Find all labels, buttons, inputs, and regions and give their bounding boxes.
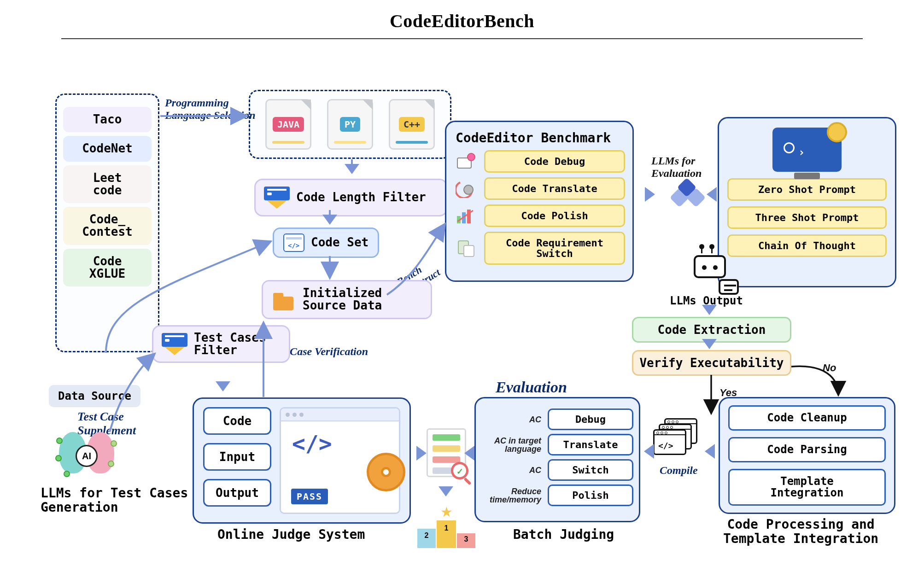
bug-icon [454, 151, 479, 173]
ds-codenet: CodeNet [63, 136, 152, 161]
ai-brain-icon: AI [54, 428, 119, 484]
checklist-icon: ✓ [427, 428, 466, 477]
arrow-left-icon [644, 444, 654, 459]
proc-template: Template Integration [728, 469, 886, 506]
podium-icon: ★ 2 1 3 [416, 507, 476, 548]
title-rule [61, 38, 863, 39]
ds-taco: Taco [63, 107, 152, 132]
batch-judging-panel: ACDebug AC in target languageTranslate A… [474, 397, 640, 522]
arrow-left-icon [464, 446, 474, 461]
ojs-input: Input [203, 443, 271, 471]
test-cases-filter: Test Cases Filter [152, 325, 290, 363]
gear-icon [367, 453, 405, 491]
prompt-zero-shot: Zero Shot Prompt [727, 178, 887, 201]
bench-polish: Code Polish [484, 204, 625, 227]
funnel-icon [264, 185, 290, 210]
file-java-icon: JAVA [265, 99, 311, 150]
processing-panel: Code Cleanup Code Parsing Template Integ… [719, 397, 895, 514]
bench-switch: Code Requirement Switch [484, 232, 625, 265]
data-sources-panel: Taco CodeNet Leet code Code_ Contest Cod… [55, 93, 159, 352]
code-set-label: Code Set [311, 236, 368, 249]
arrow-down-icon [702, 339, 717, 349]
browser-pass-icon: </> PASS [280, 407, 400, 514]
ojs-code: Code [203, 407, 271, 435]
bench-debug: Code Debug [484, 150, 625, 173]
magnifier-check-icon: ✓ [451, 462, 468, 479]
data-source-label: Data Source [49, 385, 140, 407]
evaluation-label: Evaluation [496, 379, 567, 396]
arrow-right-icon [416, 446, 427, 461]
edge-no: No [823, 362, 836, 374]
funnel-icon [162, 331, 187, 357]
code-length-filter: Code Length Filter [254, 179, 448, 216]
polish-icon [454, 205, 479, 227]
pass-badge: PASS [291, 489, 328, 504]
ds-leetcode: Leet code [63, 165, 152, 204]
svg-rect-5 [467, 210, 471, 223]
file-python-icon: PY [327, 99, 373, 150]
online-judge-panel: Code Input Output </> PASS [193, 397, 411, 524]
connector-icon [673, 181, 703, 207]
batch-switch: Switch [548, 459, 633, 481]
page-title: CodeEditorBench [0, 0, 924, 32]
bench-translate: Code Translate [484, 177, 625, 200]
source-data-label: Initialized Source Data [303, 287, 382, 312]
monitor-gear-icon: › [772, 128, 842, 172]
batch-translate: Translate [548, 434, 633, 455]
filter-label: Test Cases Filter [194, 332, 266, 357]
ai-caption: LLMs for Test Cases Generation [41, 486, 188, 515]
prompts-panel: › Zero Shot Prompt Three Shot Prompt Cha… [718, 117, 896, 287]
ds-codexglue: Code XGLUE [63, 249, 152, 287]
batch-debug: Debug [548, 409, 633, 430]
robot-icon [684, 249, 735, 299]
diagram-root: { "title": "CodeEditorBench", "data_sour… [0, 0, 924, 572]
proc-cleanup: Code Cleanup [728, 405, 886, 431]
arrow-right-icon [645, 187, 655, 202]
arrow-down-icon [439, 486, 453, 496]
batch-note: AC [481, 466, 544, 474]
benchmark-title: CodeEditor Benchmark [456, 130, 623, 146]
folder-tree-icon [272, 288, 296, 310]
translate-icon [454, 178, 479, 200]
batch-polish: Polish [548, 484, 633, 506]
file-cpp-icon: C++ [389, 99, 435, 150]
languages-panel: JAVA PY C++ [249, 90, 451, 159]
prompt-three-shot: Three Shot Prompt [727, 206, 887, 229]
processing-title: Code Processing and Template Integration [723, 518, 878, 546]
ojs-title: Online Judge System [217, 527, 365, 542]
edge-lang-select: Programming Language Selection [165, 97, 256, 122]
svg-rect-7 [464, 245, 474, 257]
arrow-down-icon [216, 381, 230, 391]
code-window-icon: </> [283, 233, 304, 252]
svg-point-2 [464, 185, 473, 194]
code-set-node: </> Code Set [273, 228, 379, 258]
arrow-left-icon [705, 444, 715, 459]
arrow-down-icon [702, 305, 717, 315]
ojs-output: Output [203, 479, 271, 507]
batch-note: AC [481, 415, 544, 424]
arrow-down-icon [345, 164, 359, 174]
edge-compile: Compile [660, 464, 698, 477]
edge-llms-eval: LLMs for Evaluation [651, 155, 702, 180]
proc-parsing: Code Parsing [728, 437, 886, 462]
batch-note: AC in target language [481, 437, 544, 453]
arrow-left-icon [707, 187, 717, 202]
batch-title: Batch Judging [513, 527, 614, 542]
switch-icon [454, 237, 479, 259]
star-icon: ★ [440, 504, 453, 520]
arrow-down-icon [322, 215, 337, 225]
source-data-node: Initialized Source Data [262, 280, 432, 319]
batch-note: Reduce time/memory [481, 487, 544, 504]
verify-exec-node: Verify Executability [632, 350, 791, 376]
benchmark-panel: CodeEditor Benchmark Code Debug Code Tra… [445, 121, 634, 282]
ds-code-contest: Code_ Contest [63, 207, 152, 245]
svg-point-1 [468, 153, 475, 161]
terminal-stack-icon: </> [653, 418, 699, 457]
prompt-cot: Chain Of Thought [727, 234, 887, 257]
filter-label: Code Length Filter [296, 191, 426, 204]
